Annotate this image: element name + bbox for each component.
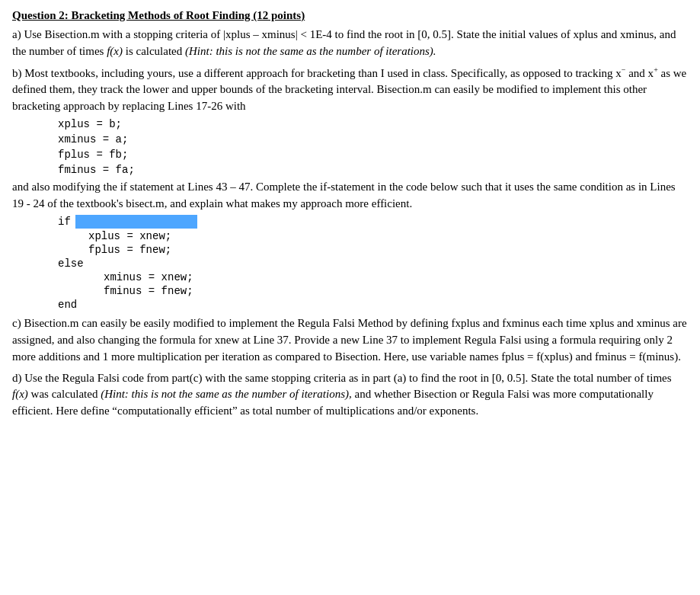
if-keyword: if bbox=[58, 216, 71, 228]
code-if-line: if bbox=[12, 215, 688, 229]
code-line-xminus-a: xminus = a; bbox=[12, 133, 688, 146]
code-line-fplus-fnew: fplus = fnew; bbox=[12, 244, 688, 256]
they-text: they bbox=[78, 83, 97, 95]
if-condition-highlight bbox=[75, 215, 197, 229]
question-container: Question 2: Bracketing Methods of Root F… bbox=[12, 9, 688, 420]
code-line-fminus-fa: fminus = fa; bbox=[12, 164, 688, 176]
part-b-intro: b) Most textbooks, including yours, use … bbox=[12, 65, 688, 115]
question-title: Question 2: Bracketing Methods of Root F… bbox=[12, 9, 688, 22]
part-d-paragraph: d) Use the Regula Falsi code from part(c… bbox=[12, 370, 688, 420]
else-keyword: else bbox=[12, 258, 688, 270]
code-line-xplus-b: xplus = b; bbox=[12, 118, 688, 130]
part-a-paragraph: a) Use Bisection.m with a stopping crite… bbox=[12, 27, 688, 60]
end-keyword: end bbox=[12, 299, 688, 311]
code-line-fplus-fb: fplus = fb; bbox=[12, 149, 688, 161]
part-c-paragraph: c) Bisection.m can easily be easily modi… bbox=[12, 315, 688, 365]
part-a-text: a) Use Bisection.m with a stopping crite… bbox=[12, 28, 676, 57]
code-line-xplus-xnew: xplus = xnew; bbox=[12, 230, 688, 242]
code-line-fminus-fnew: fminus = fnew; bbox=[12, 285, 688, 297]
part-b-continuation: and also modifying the if statement at L… bbox=[12, 179, 688, 213]
code-line-xminus-xnew: xminus = xnew; bbox=[12, 271, 688, 283]
